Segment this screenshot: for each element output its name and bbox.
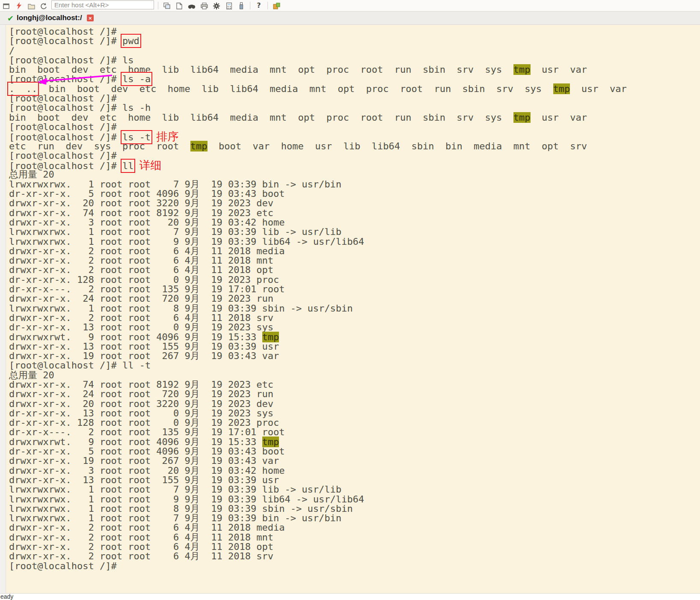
terminal-line: [root@localhost /]# ls -a bbox=[9, 74, 700, 84]
terminal-text: drwxr-xr-x. 2 root root 6 4月 11 2018 mnt bbox=[9, 255, 273, 266]
terminal-text: [root@localhost /]# bbox=[9, 74, 122, 84]
terminal-text: drwxr-xr-x. 2 root root 6 4月 11 2018 opt bbox=[9, 541, 273, 552]
terminal-line: drwxr-xr-x. 3 root root 20 9月 19 03:42 h… bbox=[9, 218, 700, 227]
terminal-line: [root@localhost /]# ll 详细 bbox=[9, 160, 700, 170]
new-session-icon[interactable] bbox=[2, 0, 11, 9]
terminal-text: 总用量 20 bbox=[9, 370, 54, 380]
red-annotation-box: ls -a bbox=[122, 74, 151, 84]
terminal-text: drwxr-xr-x. 2 root root 6 4月 11 2018 med… bbox=[9, 522, 285, 533]
calculator-icon[interactable] bbox=[224, 0, 234, 9]
terminal-text: lrwxrwxrwx. 1 root root 7 9月 19 03:39 li… bbox=[9, 226, 341, 237]
terminal-text: drwxr-xr-x. 19 root root 267 9月 19 03:43… bbox=[9, 455, 279, 466]
terminal-output[interactable]: [root@localhost /]#[root@localhost /]# p… bbox=[6, 25, 700, 593]
connected-check-icon: ✔ bbox=[7, 14, 14, 23]
terminal-line: drwxr-xr-x. 24 root root 720 9月 19 2023 … bbox=[9, 294, 700, 303]
connect-icon[interactable] bbox=[14, 0, 24, 9]
settings-icon[interactable] bbox=[212, 0, 221, 9]
terminal-line: drwxrwxrwt. 9 root root 4096 9月 19 15:33… bbox=[9, 437, 700, 447]
terminal-text: drwxr-xr-x. 2 root root 6 4月 11 2018 mnt bbox=[9, 532, 273, 543]
terminal-line: etc run dev sys proc root tmp boot var h… bbox=[9, 142, 700, 151]
terminal-line: [root@localhost /]# bbox=[9, 94, 700, 103]
terminal-line: lrwxrwxrwx. 1 root root 7 9月 19 03:39 bi… bbox=[9, 180, 700, 189]
help-icon[interactable]: ? bbox=[254, 0, 264, 9]
terminal-line: dr-xr-xr-x. 5 root root 4096 9月 19 03:43… bbox=[9, 189, 700, 199]
red-annotation-label: 详细 bbox=[139, 159, 162, 172]
highlighted-entry: tmp bbox=[262, 332, 279, 342]
terminal-line: drwxr-xr-x. 20 root root 3220 9月 19 2023… bbox=[9, 199, 700, 208]
terminal-line: drwxr-xr-x. 13 root root 155 9月 19 03:39… bbox=[9, 475, 700, 485]
session-tab[interactable]: ✔ longhj@localhost:/ × bbox=[3, 12, 98, 24]
terminal-text: usr var bbox=[531, 64, 587, 75]
terminal-text: lrwxrwxrwx. 1 root root 8 9月 19 03:39 sb… bbox=[9, 503, 353, 514]
host-input[interactable] bbox=[51, 0, 154, 9]
red-annotation-box: ll bbox=[122, 160, 134, 171]
terminal-text: drwxr-xr-x. 2 root root 6 4月 11 2018 opt bbox=[9, 264, 273, 275]
terminal-line: drwxrwxrwt. 9 root root 4096 9月 19 15:33… bbox=[9, 333, 700, 342]
terminal-text: lrwxrwxrwx. 1 root root 7 9月 19 03:39 bi… bbox=[9, 513, 341, 523]
terminal-text: drwxr-xr-x. 2 root root 6 4月 11 2018 med… bbox=[9, 246, 285, 256]
terminal-text bbox=[133, 160, 139, 171]
highlighted-entry: tmp bbox=[513, 112, 531, 123]
terminal-text: usr var bbox=[531, 112, 587, 123]
terminal-line: bin boot dev etc home lib lib64 media mn… bbox=[9, 113, 700, 122]
terminal-line: dr-xr-xr-x. 128 root root 0 9月 19 2023 p… bbox=[9, 275, 700, 285]
terminal-text: bin boot dev etc home lib lib64 media mn… bbox=[37, 83, 553, 94]
terminal-text: [root@localhost /]# bbox=[9, 561, 117, 571]
terminal-text: [root@localhost /]# bbox=[9, 122, 117, 132]
terminal-line: . .. bin boot dev etc home lib lib64 med… bbox=[9, 84, 700, 94]
duplicate-session-icon[interactable] bbox=[162, 0, 172, 9]
highlighted-entry: tmp bbox=[553, 83, 570, 94]
toolbar-separator bbox=[250, 2, 250, 9]
tab-bar: ✔ longhj@localhost:/ × bbox=[0, 12, 700, 25]
toolbar-separator bbox=[267, 2, 268, 9]
terminal-line: dr-xr-xr-x. 13 root root 0 9月 19 2023 sy… bbox=[9, 323, 700, 332]
terminal-line: lrwxrwxrwx. 1 root root 7 9月 19 03:39 li… bbox=[9, 227, 700, 237]
terminal-text: dr-xr-xr-x. 13 root root 0 9月 19 2023 sy… bbox=[9, 408, 273, 419]
new-file-icon[interactable] bbox=[175, 0, 184, 9]
terminal-text: [root@localhost /]# bbox=[9, 93, 117, 104]
terminal-text: lrwxrwxrwx. 1 root root 9 9月 19 03:39 li… bbox=[9, 494, 364, 505]
terminal-line: lrwxrwxrwx. 1 root root 8 9月 19 03:39 sb… bbox=[9, 504, 700, 514]
terminal-text: lrwxrwxrwx. 1 root root 7 9月 19 03:39 li… bbox=[9, 484, 341, 495]
terminal-line: [root@localhost /]# pwd bbox=[9, 36, 700, 46]
terminal-text: usr var bbox=[570, 83, 626, 94]
terminal-text: drwxr-xr-x. 13 root root 155 9月 19 03:39… bbox=[9, 341, 279, 352]
package-icon[interactable] bbox=[272, 0, 281, 9]
open-folder-icon[interactable] bbox=[27, 0, 36, 9]
terminal-line: dr-xr-xr-x. 128 root root 0 9月 19 2023 p… bbox=[9, 418, 700, 428]
terminal-text: / bbox=[9, 45, 15, 56]
tab-close-icon[interactable]: × bbox=[87, 15, 94, 21]
terminal-text: lrwxrwxrwx. 1 root root 9 9月 19 03:39 li… bbox=[9, 236, 364, 247]
terminal-line: lrwxrwxrwx. 1 root root 8 9月 19 03:39 sb… bbox=[9, 304, 700, 313]
tab-title: longhj@localhost:/ bbox=[17, 14, 82, 22]
terminal-line: [root@localhost /]# ls bbox=[9, 56, 700, 65]
terminal-line: [root@localhost /]# ll -t bbox=[9, 361, 700, 370]
terminal-line: drwxr-xr-x. 19 root root 267 9月 19 03:43… bbox=[9, 456, 700, 466]
usb-transfer-icon[interactable] bbox=[237, 0, 246, 9]
terminal-text: [root@localhost /]# ls bbox=[9, 55, 133, 65]
terminal-text: drwxr-xr-x. 2 root root 6 4月 11 2018 srv bbox=[9, 551, 273, 561]
toolbar-separator bbox=[158, 2, 158, 9]
terminal-text: drwxr-xr-x. 24 root root 720 9月 19 2023 … bbox=[9, 389, 273, 399]
terminal-line: [root@localhost /]# bbox=[9, 151, 700, 160]
terminal-text: drwxr-xr-x. 2 root root 6 4月 11 2018 srv bbox=[9, 312, 273, 323]
terminal-line: [root@localhost /]# ls -t 排序 bbox=[9, 132, 700, 141]
terminal-text: lrwxrwxrwx. 1 root root 8 9月 19 03:39 sb… bbox=[9, 303, 353, 314]
terminal-line: dr-xr-x---. 2 root root 135 9月 19 17:01 … bbox=[9, 285, 700, 294]
terminal-line: lrwxrwxrwx. 1 root root 9 9月 19 03:39 li… bbox=[9, 495, 700, 504]
terminal-text: drwxr-xr-x. 19 root root 267 9月 19 03:43… bbox=[9, 350, 279, 361]
highlighted-entry: tmp bbox=[190, 141, 208, 151]
terminal-line: dr-xr-xr-x. 13 root root 0 9月 19 2023 sy… bbox=[9, 409, 700, 418]
terminal-line: [root@localhost /]# bbox=[9, 27, 700, 36]
print-icon[interactable] bbox=[199, 0, 209, 9]
terminal-text: [root@localhost /]# ls -h bbox=[9, 102, 151, 113]
reconnect-icon[interactable] bbox=[39, 0, 48, 9]
terminal-text: drwxr-xr-x. 3 root root 20 9月 19 03:42 h… bbox=[9, 217, 285, 228]
terminal-line: drwxr-xr-x. 20 root root 3220 9月 19 2023… bbox=[9, 399, 700, 409]
terminal-text: bin boot dev etc home lib lib64 media mn… bbox=[9, 112, 513, 123]
find-icon[interactable] bbox=[187, 0, 196, 9]
terminal-text: [root@localhost /]# ll -t bbox=[9, 360, 151, 371]
terminal-line: drwxr-xr-x. 2 root root 6 4月 11 2018 med… bbox=[9, 247, 700, 256]
terminal-text: drwxr-xr-x. 24 root root 720 9月 19 2023 … bbox=[9, 293, 273, 304]
terminal-line: drwxr-xr-x. 2 root root 6 4月 11 2018 mnt bbox=[9, 256, 700, 265]
